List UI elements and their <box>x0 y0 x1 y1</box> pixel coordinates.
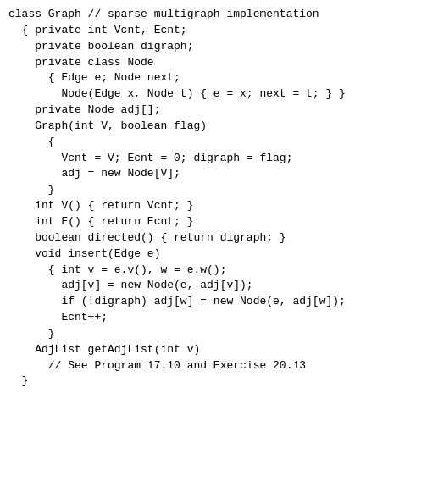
code-block: class Graph // sparse multigraph impleme… <box>0 0 438 504</box>
code-line-0: class Graph // sparse multigraph impleme… <box>8 7 430 23</box>
code-line-15: void insert(Edge e) <box>8 246 430 263</box>
code-line-11: } <box>8 182 430 198</box>
code-line-16: { int v = e.v(), w = e.w(); <box>8 263 430 279</box>
code-line-8: { <box>8 135 430 151</box>
code-line-22: // See Program 17.10 and Exercise 20.13 <box>8 358 430 374</box>
code-line-6: private Node adj[]; <box>8 102 430 119</box>
code-line-12: int V() { return Vcnt; } <box>8 198 430 214</box>
code-line-5: Node(Edge x, Node t) { e = x; next = t; … <box>8 86 430 102</box>
code-line-1: { private int Vcnt, Ecnt; <box>8 23 430 39</box>
code-line-17: adj[v] = new Node(e, adj[v]); <box>8 278 430 294</box>
code-line-14: boolean directed() { return digraph; } <box>8 230 430 246</box>
code-line-19: Ecnt++; <box>8 310 430 326</box>
code-line-20: } <box>8 326 430 342</box>
code-line-21: AdjList getAdjList(int v) <box>8 342 430 358</box>
code-line-18: if (!digraph) adj[w] = new Node(e, adj[w… <box>8 294 430 310</box>
code-line-7: Graph(int V, boolean flag) <box>8 119 430 135</box>
code-line-4: { Edge e; Node next; <box>8 70 430 86</box>
code-line-2: private boolean digraph; <box>8 39 430 55</box>
code-line-3: private class Node <box>8 55 430 71</box>
code-line-23: } <box>8 374 430 390</box>
code-line-10: adj = new Node[V]; <box>8 166 430 182</box>
code-line-9: Vcnt = V; Ecnt = 0; digraph = flag; <box>8 151 430 167</box>
code-line-13: int E() { return Ecnt; } <box>8 214 430 230</box>
